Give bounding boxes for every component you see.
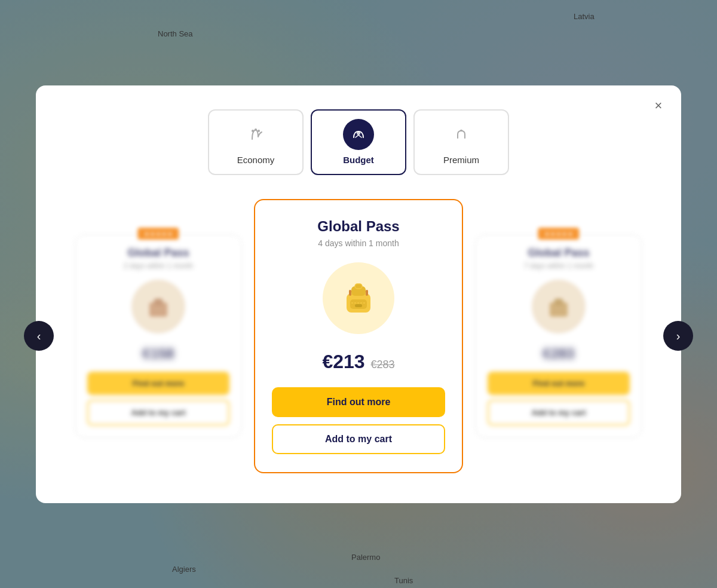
side-card-right-title: Global Pass <box>488 247 630 259</box>
svg-point-0 <box>252 130 254 132</box>
tab-budget-label: Budget <box>343 155 374 165</box>
price-current: €213 <box>322 351 364 373</box>
center-card: Global Pass 4 days within 1 month <box>254 199 463 473</box>
center-card-subtitle: 4 days within 1 month <box>272 238 445 248</box>
svg-rect-9 <box>355 284 362 289</box>
cards-area: ‹ ● ● ● ● ● Global Pass 2 days within 1 … <box>72 199 645 473</box>
side-cards-container: ● ● ● ● ● Global Pass 2 days within 1 mo… <box>72 199 645 473</box>
side-card-left-find-more[interactable]: Find out more <box>87 372 229 395</box>
tab-economy-icon <box>240 119 271 150</box>
tab-bar: Economy Budget <box>72 109 645 175</box>
tab-premium-label: Premium <box>443 155 479 165</box>
svg-rect-14 <box>366 290 368 296</box>
modal: × Economy <box>36 85 681 503</box>
side-card-right-find-more[interactable]: Find out more <box>488 372 630 395</box>
svg-point-3 <box>357 131 360 135</box>
side-card-left-image <box>131 280 185 333</box>
side-card-right-add-cart[interactable]: Add to my cart <box>488 400 630 425</box>
side-card-left-badge: ● ● ● ● ● <box>137 228 179 240</box>
svg-rect-13 <box>349 290 351 296</box>
modal-overlay: × Economy <box>0 0 717 588</box>
tab-premium[interactable]: Premium <box>413 109 509 175</box>
tab-budget-icon <box>343 119 374 150</box>
side-card-left-price: €158 <box>87 345 229 362</box>
add-to-cart-button[interactable]: Add to my cart <box>272 424 445 454</box>
tab-economy-label: Economy <box>237 155 275 165</box>
svg-point-2 <box>258 130 260 132</box>
find-out-more-button[interactable]: Find out more <box>272 387 445 417</box>
price-row: €213 €283 <box>272 351 445 373</box>
tab-premium-icon <box>446 119 477 150</box>
center-card-image <box>323 262 394 334</box>
prev-button[interactable]: ‹ <box>24 321 54 351</box>
side-card-right-price: €283 <box>488 345 630 362</box>
svg-rect-17 <box>556 301 562 303</box>
svg-rect-12 <box>355 304 362 307</box>
side-card-left-add-cart[interactable]: Add to my cart <box>87 400 229 425</box>
side-card-right-subtitle: 7 days within 1 month <box>488 262 630 270</box>
center-card-title: Global Pass <box>272 218 445 235</box>
side-card-right: ● ● ● ● ● Global Pass 7 days within 1 mo… <box>475 234 642 438</box>
close-button[interactable]: × <box>649 96 668 115</box>
svg-point-1 <box>255 128 257 131</box>
side-card-right-badge: ● ● ● ● ● <box>538 228 579 240</box>
next-button[interactable]: › <box>663 321 693 351</box>
tab-economy[interactable]: Economy <box>208 109 304 175</box>
side-card-left-title: Global Pass <box>87 247 229 259</box>
tab-budget[interactable]: Budget <box>311 109 406 175</box>
side-card-left-subtitle: 2 days within 1 month <box>87 262 229 270</box>
svg-rect-6 <box>155 301 161 303</box>
side-card-left: ● ● ● ● ● Global Pass 2 days within 1 mo… <box>75 234 242 438</box>
side-card-right-image <box>532 280 586 333</box>
price-original: €283 <box>371 359 395 371</box>
